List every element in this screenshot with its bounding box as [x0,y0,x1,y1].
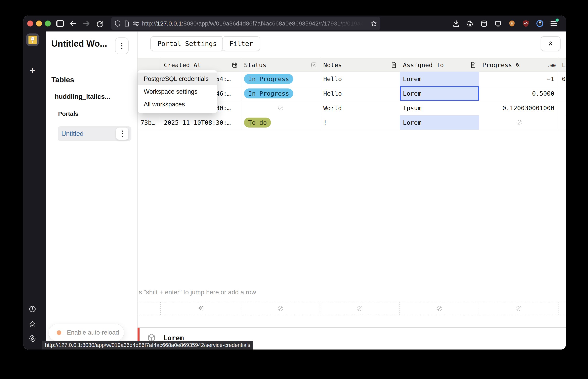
new-row-cell[interactable] [559,302,566,315]
cell-notes[interactable]: ! [320,115,400,130]
container-box-icon[interactable] [479,18,489,29]
new-row-cell[interactable] [161,302,241,315]
password-manager-icon[interactable] [534,18,545,29]
person-icon [548,40,554,47]
portal-menu-button[interactable] [116,127,129,140]
column-header-assigned[interactable]: Assigned To [400,58,479,72]
portal-settings-button[interactable]: Portal Settings [150,36,224,51]
settings-gear-icon[interactable] [29,335,36,342]
cell-progress[interactable] [479,115,559,130]
table-header-row: Created AtStatusNotesAssigned ToProgress… [138,58,566,72]
app-menu-icon[interactable] [548,18,559,29]
cell-assigned[interactable]: Lorem [400,86,479,101]
column-header-label: Status [244,61,311,69]
sidebar-item-portal-untitled[interactable]: Untitled [58,126,131,141]
user-account-button[interactable] [541,36,560,51]
sidebar-item-table[interactable]: huddling_italics... [55,93,110,100]
sparkle-icon [197,305,205,312]
history-clock-icon[interactable] [29,305,36,313]
cell-status[interactable] [241,101,320,115]
screen-share-icon[interactable] [493,18,503,29]
filter-button[interactable]: Filter [222,36,260,51]
forward-button[interactable] [81,18,92,29]
extensions-puzzle-icon[interactable] [465,18,475,29]
pinned-tab[interactable] [26,33,39,46]
cell-last[interactable] [559,101,566,115]
permissions-icon[interactable] [133,21,139,26]
new-row-cell[interactable] [320,302,400,315]
ublock-origin-icon[interactable]: uO [520,18,531,29]
page-info-icon[interactable] [124,20,130,27]
kebab-menu-icon [121,43,122,49]
new-row-placeholder[interactable] [138,302,566,315]
app-favicon-pin-icon [29,36,37,44]
downloads-icon[interactable] [451,18,462,29]
column-header-status[interactable]: Status [241,58,320,72]
back-button[interactable] [68,18,79,29]
new-row-cell[interactable] [479,302,559,315]
link-status-tooltip: http://127.0.0.1:8080/app/w/019a36d4d86f… [42,341,253,349]
cell-last[interactable]: 0 [559,72,566,86]
window-minimize-button[interactable] [36,20,42,27]
url-bar[interactable]: http://127.0.0.1:8080/app/w/019a36d4d86f… [111,17,380,30]
workspace-title: Untitled Wo... [51,39,115,49]
cell-status[interactable]: To do [241,115,320,130]
reload-button[interactable] [94,18,105,29]
favorites-star-icon[interactable] [29,320,36,328]
bookmark-star-icon[interactable] [370,20,377,27]
column-header-notes[interactable]: Notes [320,58,400,72]
cell-notes[interactable]: Hello [320,72,400,86]
decimal-icon: .00 [547,61,556,69]
calendar-icon [232,62,238,68]
column-header-created[interactable]: Created At [161,58,241,72]
cell-status[interactable]: In Progress [241,86,320,101]
cell-notes[interactable]: World [320,101,400,115]
cell-id[interactable]: 73b… [138,115,161,130]
new-row-cell[interactable] [138,302,161,315]
privacy-badger-icon[interactable] [507,18,517,29]
column-header-label: Notes [323,61,391,69]
menu-item-all-workspaces[interactable]: All workspaces [138,98,217,111]
portal-item-label: Untitled [61,130,84,138]
cell-progress[interactable]: 0.5000 [479,86,559,101]
column-header-label: L [562,61,566,69]
new-row-cell[interactable] [400,302,479,315]
browser-titlebar: http://127.0.0.1:8080/app/w/019a36d4d86f… [23,16,566,32]
new-row-cell[interactable] [241,302,320,315]
add-row-hint: s "shift + enter" to jump here or add a … [139,288,256,296]
table-row: 73b…2025-11-10T08:30:…To do!Lorem [138,115,566,130]
null-icon [436,305,443,312]
window-zoom-button[interactable] [45,20,51,27]
status-dot-icon [57,330,61,335]
assigned-value: Ipsum [403,104,421,111]
update-available-dot [556,18,559,22]
doc-icon [470,62,476,68]
cell-progress[interactable]: −1 [479,72,559,86]
column-header-progress[interactable]: Progress %.00 [479,58,559,72]
url-text[interactable]: http://127.0.0.1:8080/app/w/019a36d4d86f… [142,20,370,27]
cell-assigned[interactable]: Ipsum [400,101,479,115]
enable-auto-reload-button[interactable]: Enable auto-reload [49,324,124,341]
new-tab-button[interactable]: + [23,65,42,76]
shield-icon[interactable] [115,20,121,27]
kebab-menu-icon [122,130,123,137]
cell-last[interactable] [559,86,566,101]
cell-last[interactable] [559,115,566,130]
menu-item-workspace-settings[interactable]: Workspace settings [138,85,217,98]
portals-heading: Portals [58,111,78,117]
cell-assigned[interactable]: Lorem [400,72,479,86]
link-status-url: http://127.0.0.1:8080/app/w/019a36d4d86f… [45,342,250,348]
column-header-id[interactable] [138,58,161,72]
cell-assigned[interactable]: Lorem [400,115,479,130]
cell-progress[interactable]: 0.120030001000 [479,101,559,115]
cell-status[interactable]: In Progress [241,72,320,86]
column-header-last[interactable]: L [559,58,566,72]
sidebar-toggle-icon[interactable] [55,18,65,29]
menu-item-postgresql-credentials[interactable]: PostgreSQL credentials [138,73,217,85]
window-close-button[interactable] [27,20,33,27]
cell-created[interactable]: 2025-11-10T08:30:… [161,115,241,130]
workspace-menu-button[interactable] [115,37,129,54]
assigned-value: Lorem [403,90,421,97]
tables-heading: Tables [51,76,74,84]
cell-notes[interactable]: Hello [320,86,400,101]
